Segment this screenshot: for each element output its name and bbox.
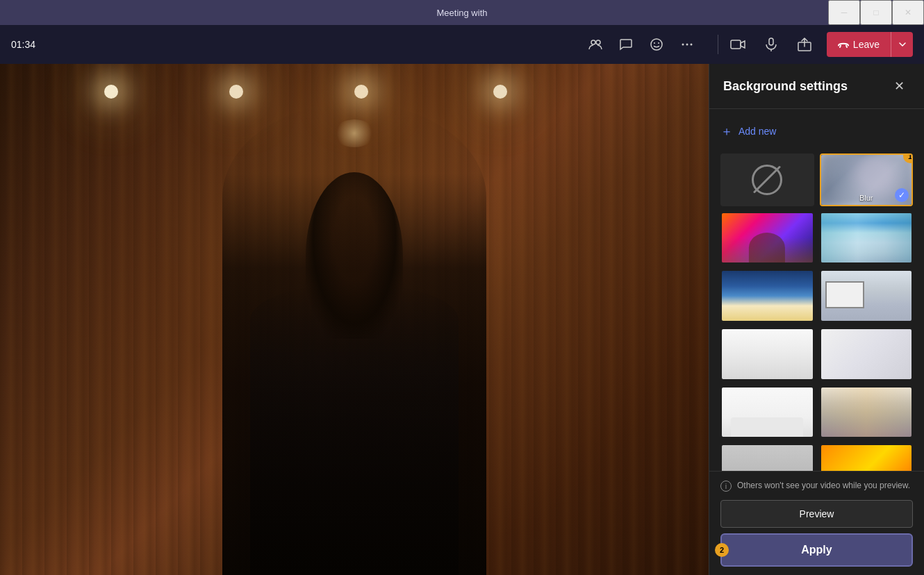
people-button[interactable] (581, 31, 609, 58)
bg-option-bedroom[interactable] (720, 386, 814, 439)
window-title: Meeting with (437, 8, 488, 18)
info-row: i Others won't see your video while you … (720, 480, 913, 492)
leave-label: Leave (853, 39, 880, 50)
orange-thumbnail (821, 445, 912, 471)
svg-point-5 (682, 44, 684, 46)
bg-option-sky[interactable] (720, 269, 814, 322)
close-button[interactable]: ✕ (892, 0, 924, 25)
leave-button-group: Leave (827, 32, 913, 57)
svg-point-6 (686, 44, 688, 46)
leave-dropdown-button[interactable] (891, 32, 913, 57)
window-controls: ─ □ ✕ (828, 0, 924, 25)
bg-option-room[interactable] (820, 269, 914, 322)
bed-hint (731, 417, 803, 438)
toolbar-divider (718, 35, 718, 54)
svg-point-0 (591, 40, 595, 44)
leave-button[interactable]: Leave (827, 32, 891, 57)
minimize-button[interactable]: ─ (828, 0, 860, 25)
react-button[interactable] (643, 31, 670, 58)
camera-button[interactable] (724, 31, 752, 58)
room-thumbnail (821, 271, 912, 321)
video-area (0, 64, 709, 575)
panel-content: ＋ Add new 1 Blur ✓ (709, 109, 924, 471)
svg-rect-8 (731, 40, 741, 49)
toolbar: 01:34 (0, 25, 924, 64)
maximize-button[interactable]: □ (860, 0, 892, 25)
share-button[interactable] (791, 31, 818, 58)
svg-point-7 (690, 44, 692, 46)
no-bg-line (753, 166, 781, 194)
call-timer: 01:34 (11, 39, 46, 50)
svg-point-4 (658, 42, 659, 44)
bg-option-white1[interactable] (720, 328, 814, 381)
svg-point-3 (654, 42, 655, 44)
mic-button[interactable] (757, 31, 785, 58)
grey-thumbnail (722, 445, 813, 471)
panel-footer: i Others won't see your video while you … (709, 471, 924, 575)
video-background (0, 64, 709, 575)
mic-icon (764, 37, 779, 52)
apply-button-container: 2 Apply (720, 533, 913, 567)
toolbar-right (724, 31, 818, 58)
person-head (306, 172, 403, 339)
panel-title: Background settings (723, 79, 848, 94)
hallway-thumbnail (821, 213, 912, 263)
bg-option-blur[interactable]: 1 Blur ✓ (820, 153, 914, 206)
more-button[interactable] (673, 31, 701, 58)
chevron-down-icon (898, 40, 907, 49)
background-grid: 1 Blur ✓ (720, 153, 913, 471)
bg-option-grey[interactable] (720, 444, 814, 471)
info-text: Others won't see your video while you pr… (737, 480, 910, 492)
main-area: Background settings ✕ ＋ Add new 1 (0, 64, 924, 575)
abstract-thumbnail (722, 213, 813, 263)
people-icon (588, 38, 602, 51)
phone-hangup-icon (838, 39, 849, 50)
toolbar-icons (581, 31, 701, 58)
bg-option-none[interactable] (720, 153, 814, 206)
silhouette-hint (749, 233, 785, 262)
chat-icon (619, 38, 633, 51)
apply-badge: 2 (715, 543, 729, 557)
apply-button[interactable]: Apply (720, 533, 913, 567)
bg-option-hallway[interactable] (820, 212, 914, 265)
title-bar: Meeting with ─ □ ✕ (0, 0, 924, 25)
svg-point-1 (596, 40, 600, 44)
bg-option-abstract[interactable] (720, 212, 814, 265)
add-new-button[interactable]: ＋ Add new (720, 120, 776, 142)
no-bg-icon (752, 165, 782, 195)
lobby-thumbnail (821, 388, 912, 438)
blur-label: Blur (821, 194, 912, 202)
bg-option-orange[interactable] (820, 444, 914, 471)
add-new-label: Add new (739, 126, 776, 137)
svg-point-2 (651, 39, 662, 50)
background-settings-panel: Background settings ✕ ＋ Add new 1 (709, 64, 924, 575)
svg-rect-9 (769, 38, 773, 45)
info-icon: i (720, 481, 732, 492)
camera-icon (730, 37, 745, 52)
plus-icon: ＋ (720, 123, 733, 140)
bg-option-white2[interactable] (820, 328, 914, 381)
panel-close-button[interactable]: ✕ (888, 75, 910, 97)
bg-option-lobby[interactable] (820, 386, 914, 439)
sky-thumbnail (722, 271, 813, 321)
react-icon (650, 38, 663, 51)
white2-thumbnail (821, 329, 912, 379)
preview-button[interactable]: Preview (720, 500, 913, 528)
panel-header: Background settings ✕ (709, 64, 924, 109)
white1-thumbnail (722, 329, 813, 379)
share-icon (797, 37, 812, 52)
bedroom-thumbnail (722, 388, 813, 438)
chat-button[interactable] (612, 31, 640, 58)
more-icon (680, 38, 694, 51)
